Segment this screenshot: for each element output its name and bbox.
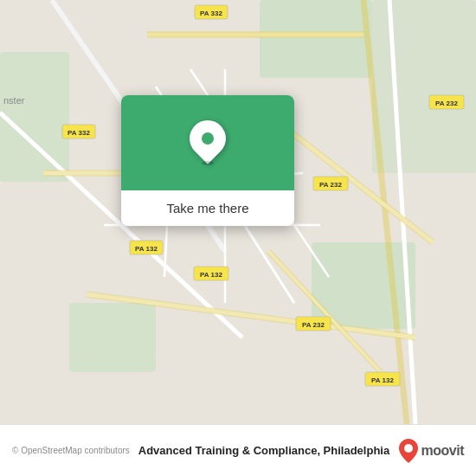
pin-shadow bbox=[202, 161, 214, 165]
pin-inner bbox=[202, 132, 214, 145]
location-popup: Take me there bbox=[121, 95, 294, 226]
popup-map-area bbox=[121, 95, 294, 190]
bottom-bar: © OpenStreetMap contributors Advanced Tr… bbox=[0, 424, 476, 476]
place-name-text: Advanced Training & Compliance, Philadel… bbox=[138, 444, 399, 457]
svg-rect-3 bbox=[69, 303, 156, 372]
moovit-pin-icon bbox=[399, 439, 418, 463]
svg-text:PA 132: PA 132 bbox=[371, 376, 394, 384]
take-me-there-button[interactable]: Take me there bbox=[121, 190, 294, 226]
svg-text:nster: nster bbox=[3, 95, 25, 106]
svg-text:PA 332: PA 332 bbox=[200, 10, 222, 17]
svg-rect-4 bbox=[372, 0, 476, 173]
svg-rect-0 bbox=[260, 0, 372, 78]
map-container: PA 332 PA 332 PA 132 PA 232 PA 232 PA 23… bbox=[0, 0, 476, 424]
svg-text:PA 232: PA 232 bbox=[319, 181, 342, 189]
svg-text:PA 132: PA 132 bbox=[200, 271, 222, 279]
svg-point-44 bbox=[404, 444, 413, 453]
svg-rect-2 bbox=[0, 52, 69, 182]
moovit-brand-text: moovit bbox=[421, 443, 464, 459]
svg-text:PA 232: PA 232 bbox=[302, 321, 325, 329]
svg-text:PA 232: PA 232 bbox=[435, 100, 458, 107]
svg-text:PA 332: PA 332 bbox=[68, 129, 90, 137]
moovit-logo: moovit bbox=[399, 439, 464, 463]
location-pin-icon bbox=[190, 120, 226, 165]
copyright-text: © OpenStreetMap contributors bbox=[12, 446, 130, 455]
svg-text:PA 132: PA 132 bbox=[135, 245, 158, 253]
